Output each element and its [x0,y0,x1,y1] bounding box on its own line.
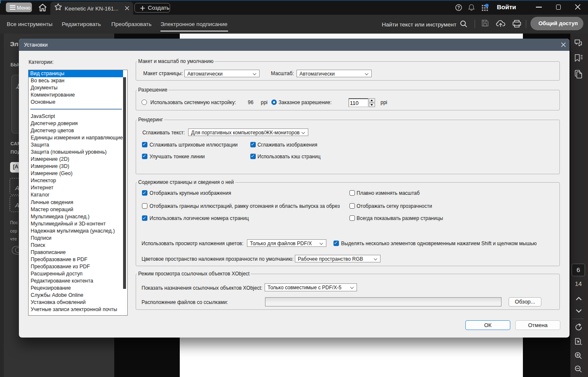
svg-text:?: ? [457,5,460,10]
